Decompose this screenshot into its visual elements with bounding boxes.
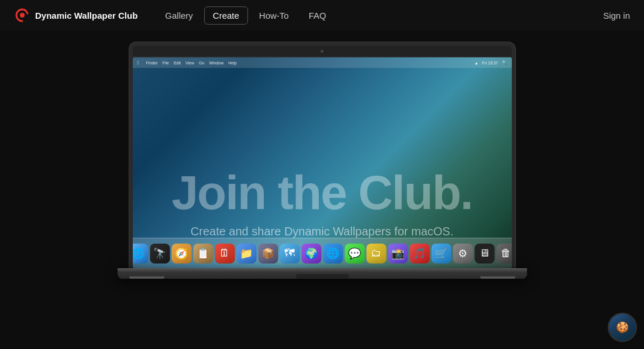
dock-icon-finder: 🌐 (133, 244, 149, 264)
dock-icon-12: 🗂 (366, 244, 386, 264)
nav-faq[interactable]: FAQ (300, 6, 335, 25)
dock-icon-2: 🔭 (150, 244, 170, 264)
macos-dock: 🌐 🔭 🧭 📋 🗓 📁 📦 🗺 🌍 🌐 💬 🗂 📸 🎵 🛒 ⚙ (133, 238, 512, 268)
laptop-feet-left (129, 276, 164, 279)
widget-icon: 🍪 (616, 321, 629, 334)
navbar: Dynamic Wallpaper Club Gallery Create Ho… (0, 0, 644, 30)
menubar-finder: Finder (146, 61, 158, 65)
nav-links: Gallery Create How-To FAQ (156, 6, 603, 25)
menubar-view: View (185, 61, 194, 65)
brand-name: Dynamic Wallpaper Club (35, 11, 137, 20)
apple-menu-icon:  (137, 60, 139, 66)
laptop-base (118, 268, 527, 279)
laptop-camera-bar (133, 46, 512, 56)
dock-icon-14: 🎵 (409, 244, 429, 264)
dock-icon-4: 📋 (193, 244, 213, 264)
laptop-notch (296, 274, 349, 279)
camera-dot (321, 50, 323, 53)
menubar-edit: Edit (174, 61, 181, 65)
dock-icon-7: 📦 (258, 244, 278, 264)
nav-howto[interactable]: How-To (250, 6, 298, 25)
laptop-screen:  Finder File Edit View Go Window Help ▲… (133, 57, 512, 268)
hero-section: Join the Club. Create and share Dynamic … (0, 30, 644, 349)
macos-menubar:  Finder File Edit View Go Window Help ▲… (133, 57, 512, 68)
dock-icon-trash: 🗑 (496, 244, 512, 264)
laptop-feet-right (480, 276, 515, 279)
nav-logo[interactable]: Dynamic Wallpaper Club (14, 7, 137, 23)
menubar-go: Go (199, 61, 204, 65)
menubar-file: File (163, 61, 169, 65)
laptop-mockup:  Finder File Edit View Go Window Help ▲… (106, 42, 539, 279)
dock-icon-15: 🛒 (431, 244, 451, 264)
nav-create[interactable]: Create (204, 6, 248, 25)
dock-icon-8: 🗺 (280, 244, 299, 264)
menubar-time: Fri 19:37 (482, 61, 498, 65)
dock-icon-13: 📸 (388, 244, 408, 264)
menubar-help: Help (228, 61, 236, 65)
bottom-widget[interactable]: 🍪 (608, 313, 637, 342)
dock-icon-3: 🧭 (171, 244, 191, 264)
signin-button[interactable]: Sign in (603, 11, 630, 20)
svg-point-0 (20, 13, 25, 18)
menubar-wifi-icon: ▲ (474, 61, 478, 65)
dock-icon-9: 🌍 (301, 244, 321, 264)
brand-logo-icon (14, 7, 30, 23)
menubar-right: ▲ Fri 19:37 🔍 (474, 60, 507, 65)
menubar-items: Finder File Edit View Go Window Help (146, 61, 237, 65)
dock-icon-10: 🌐 (323, 244, 343, 264)
dock-icon-17: 🖥 (474, 244, 494, 264)
menubar-window: Window (209, 61, 223, 65)
dock-icon-6: 📁 (236, 244, 256, 264)
dock-icon-16: ⚙ (453, 244, 473, 264)
laptop-hinge (118, 268, 527, 272)
dock-icon-11: 💬 (345, 244, 364, 264)
menubar-search-icon: 🔍 (502, 60, 507, 65)
dock-icon-5: 🗓 (215, 244, 235, 264)
laptop-screen-outer:  Finder File Edit View Go Window Help ▲… (129, 42, 515, 268)
nav-gallery[interactable]: Gallery (156, 6, 202, 25)
